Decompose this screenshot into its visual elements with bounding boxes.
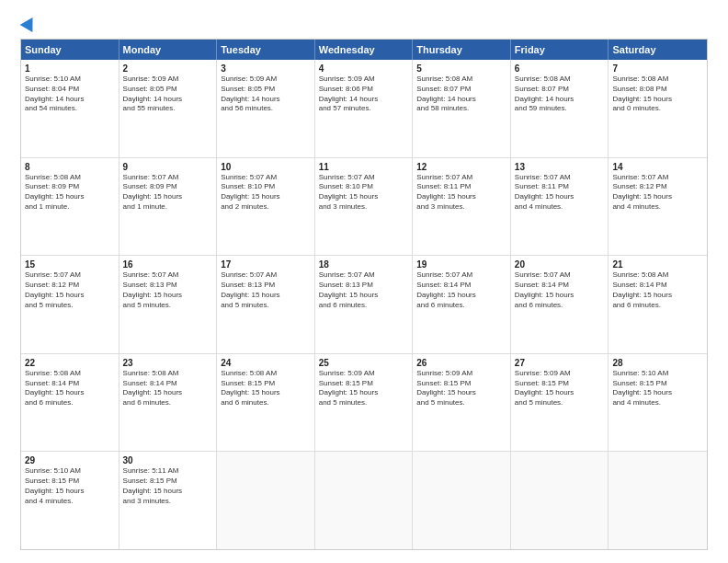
logo-text [20,17,39,29]
day-info: Sunrise: 5:08 AM Sunset: 8:09 PM Dayligh… [25,173,115,213]
day-number: 21 [612,259,703,270]
calendar-cell: 5Sunrise: 5:08 AM Sunset: 8:07 PM Daylig… [413,60,511,157]
calendar-cell: 22Sunrise: 5:08 AM Sunset: 8:14 PM Dayli… [21,354,119,452]
page: SundayMondayTuesdayWednesdayThursdayFrid… [0,0,728,563]
day-info: Sunrise: 5:08 AM Sunset: 8:07 PM Dayligh… [416,75,506,114]
calendar-cell: 3Sunrise: 5:09 AM Sunset: 8:05 PM Daylig… [217,60,315,157]
day-info: Sunrise: 5:07 AM Sunset: 8:10 PM Dayligh… [319,173,409,213]
day-number: 26 [416,358,506,368]
day-info: Sunrise: 5:07 AM Sunset: 8:12 PM Dayligh… [612,173,703,213]
calendar-cell: 9Sunrise: 5:07 AM Sunset: 8:09 PM Daylig… [119,158,218,256]
calendar-cell: 16Sunrise: 5:07 AM Sunset: 8:13 PM Dayli… [119,256,218,353]
day-number: 23 [123,358,213,368]
day-number: 18 [319,259,409,270]
calendar-row: 1Sunrise: 5:10 AM Sunset: 8:04 PM Daylig… [21,60,707,158]
day-number: 3 [221,63,311,74]
day-number: 13 [515,162,605,172]
header [20,17,708,29]
calendar-cell [217,452,315,549]
day-info: Sunrise: 5:08 AM Sunset: 8:14 PM Dayligh… [123,369,213,408]
day-number: 11 [319,162,409,172]
calendar: SundayMondayTuesdayWednesdayThursdayFrid… [20,39,708,550]
day-info: Sunrise: 5:07 AM Sunset: 8:11 PM Dayligh… [416,173,506,213]
day-info: Sunrise: 5:08 AM Sunset: 8:14 PM Dayligh… [25,369,115,408]
calendar-cell: 8Sunrise: 5:08 AM Sunset: 8:09 PM Daylig… [21,158,119,256]
calendar-cell [609,452,707,549]
calendar-cell: 20Sunrise: 5:07 AM Sunset: 8:14 PM Dayli… [511,256,609,353]
calendar-cell: 30Sunrise: 5:11 AM Sunset: 8:15 PM Dayli… [119,452,218,549]
calendar-cell: 6Sunrise: 5:08 AM Sunset: 8:07 PM Daylig… [511,60,609,157]
calendar-cell: 28Sunrise: 5:10 AM Sunset: 8:15 PM Dayli… [609,354,707,452]
calendar-header-day: Friday [511,40,609,60]
calendar-body: 1Sunrise: 5:10 AM Sunset: 8:04 PM Daylig… [21,60,707,549]
day-number: 30 [123,455,213,465]
day-info: Sunrise: 5:09 AM Sunset: 8:05 PM Dayligh… [123,75,213,114]
day-info: Sunrise: 5:07 AM Sunset: 8:10 PM Dayligh… [221,173,311,213]
calendar-header-day: Wednesday [315,40,414,60]
calendar-cell: 18Sunrise: 5:07 AM Sunset: 8:13 PM Dayli… [315,256,414,353]
day-number: 14 [612,162,703,172]
day-number: 2 [123,63,213,74]
day-info: Sunrise: 5:10 AM Sunset: 8:04 PM Dayligh… [25,75,115,114]
calendar-cell: 10Sunrise: 5:07 AM Sunset: 8:10 PM Dayli… [217,158,315,256]
day-info: Sunrise: 5:11 AM Sunset: 8:15 PM Dayligh… [123,466,213,506]
day-info: Sunrise: 5:09 AM Sunset: 8:15 PM Dayligh… [515,369,605,408]
day-number: 8 [25,162,115,172]
day-number: 1 [25,63,115,74]
day-info: Sunrise: 5:07 AM Sunset: 8:14 PM Dayligh… [416,270,506,310]
day-info: Sunrise: 5:07 AM Sunset: 8:11 PM Dayligh… [515,173,605,213]
day-number: 16 [123,259,213,270]
day-number: 9 [123,162,213,172]
day-number: 19 [416,259,506,270]
day-number: 6 [515,63,605,74]
day-info: Sunrise: 5:10 AM Sunset: 8:15 PM Dayligh… [612,369,703,408]
day-info: Sunrise: 5:10 AM Sunset: 8:15 PM Dayligh… [25,466,115,506]
calendar-cell: 24Sunrise: 5:08 AM Sunset: 8:15 PM Dayli… [217,354,315,452]
calendar-cell: 2Sunrise: 5:09 AM Sunset: 8:05 PM Daylig… [119,60,218,157]
calendar-cell [413,452,511,549]
calendar-cell: 19Sunrise: 5:07 AM Sunset: 8:14 PM Dayli… [413,256,511,353]
calendar-row: 15Sunrise: 5:07 AM Sunset: 8:12 PM Dayli… [21,256,707,354]
calendar-row: 8Sunrise: 5:08 AM Sunset: 8:09 PM Daylig… [21,158,707,257]
day-number: 12 [416,162,506,172]
day-number: 17 [221,259,311,270]
calendar-cell: 12Sunrise: 5:07 AM Sunset: 8:11 PM Dayli… [413,158,511,256]
day-number: 7 [612,63,703,74]
calendar-cell: 1Sunrise: 5:10 AM Sunset: 8:04 PM Daylig… [21,60,119,157]
calendar-cell: 4Sunrise: 5:09 AM Sunset: 8:06 PM Daylig… [315,60,414,157]
day-number: 22 [25,358,115,368]
calendar-header-day: Sunday [21,40,119,60]
calendar-cell: 26Sunrise: 5:09 AM Sunset: 8:15 PM Dayli… [413,354,511,452]
calendar-cell: 7Sunrise: 5:08 AM Sunset: 8:08 PM Daylig… [609,60,707,157]
day-info: Sunrise: 5:09 AM Sunset: 8:06 PM Dayligh… [319,75,409,114]
calendar-cell: 27Sunrise: 5:09 AM Sunset: 8:15 PM Dayli… [511,354,609,452]
day-number: 15 [25,259,115,270]
calendar-cell: 14Sunrise: 5:07 AM Sunset: 8:12 PM Dayli… [609,158,707,256]
day-info: Sunrise: 5:07 AM Sunset: 8:14 PM Dayligh… [515,270,605,310]
day-info: Sunrise: 5:07 AM Sunset: 8:12 PM Dayligh… [25,270,115,310]
day-info: Sunrise: 5:09 AM Sunset: 8:15 PM Dayligh… [319,369,409,408]
day-info: Sunrise: 5:08 AM Sunset: 8:14 PM Dayligh… [612,270,703,310]
day-number: 5 [416,63,506,74]
day-number: 25 [319,358,409,368]
calendar-header-day: Thursday [413,40,511,60]
day-number: 4 [319,63,409,74]
calendar-cell: 23Sunrise: 5:08 AM Sunset: 8:14 PM Dayli… [119,354,218,452]
day-info: Sunrise: 5:07 AM Sunset: 8:13 PM Dayligh… [123,270,213,310]
day-number: 20 [515,259,605,270]
calendar-header: SundayMondayTuesdayWednesdayThursdayFrid… [21,40,707,60]
day-info: Sunrise: 5:07 AM Sunset: 8:09 PM Dayligh… [123,173,213,213]
day-info: Sunrise: 5:08 AM Sunset: 8:08 PM Dayligh… [612,75,703,114]
calendar-cell: 13Sunrise: 5:07 AM Sunset: 8:11 PM Dayli… [511,158,609,256]
calendar-header-day: Saturday [609,40,707,60]
calendar-cell: 25Sunrise: 5:09 AM Sunset: 8:15 PM Dayli… [315,354,414,452]
day-info: Sunrise: 5:09 AM Sunset: 8:05 PM Dayligh… [221,75,311,114]
day-number: 28 [612,358,703,368]
calendar-cell [315,452,414,549]
logo [20,17,39,29]
calendar-header-day: Tuesday [217,40,315,60]
day-info: Sunrise: 5:07 AM Sunset: 8:13 PM Dayligh… [319,270,409,310]
day-info: Sunrise: 5:08 AM Sunset: 8:15 PM Dayligh… [221,369,311,408]
logo-triangle-icon [20,14,40,32]
calendar-cell: 15Sunrise: 5:07 AM Sunset: 8:12 PM Dayli… [21,256,119,353]
